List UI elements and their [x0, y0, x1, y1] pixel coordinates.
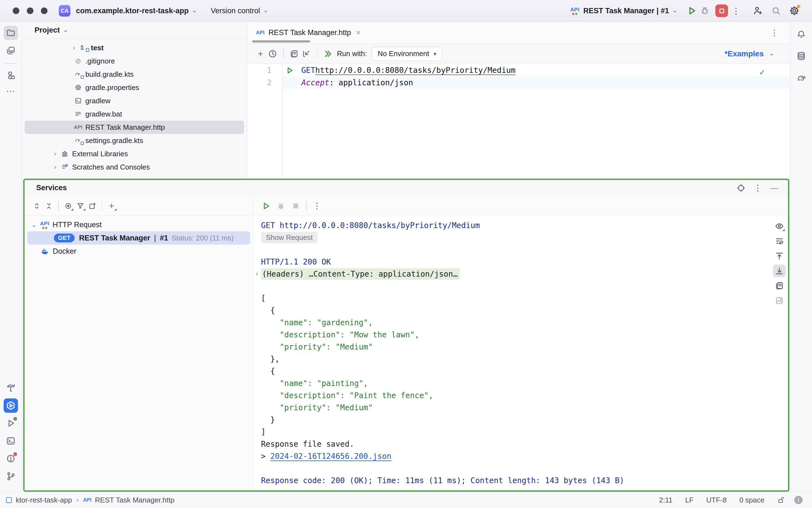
breadcrumb-file[interactable]: REST Task Manager.http	[95, 496, 174, 504]
tree-item-test[interactable]: › test	[22, 41, 247, 54]
tree-item-request-run[interactable]: GET REST Task Manager | #1 Status: 200 (…	[27, 231, 250, 245]
run-with-label: Run with:	[337, 49, 367, 58]
rerun-request-icon[interactable]	[260, 200, 272, 212]
focus-target-icon[interactable]	[737, 183, 745, 193]
copy-examples-icon[interactable]	[288, 48, 300, 60]
traffic-light-minimize[interactable]	[27, 7, 33, 14]
indexing-status-icon[interactable]: !	[794, 496, 803, 504]
more-actions-icon[interactable]: ⋮	[732, 6, 740, 16]
filter-icon[interactable]	[74, 200, 86, 212]
run-tool-icon[interactable]	[4, 416, 18, 430]
tree-item-docker[interactable]: Docker	[25, 245, 253, 258]
bookmarks-tool-icon[interactable]	[4, 43, 18, 58]
request-divider: |	[154, 234, 156, 242]
minimize-icon[interactable]: —	[770, 183, 778, 193]
fold-chevron-icon[interactable]: ›	[255, 270, 259, 278]
add-request-icon[interactable]: +	[254, 48, 267, 60]
console-output[interactable]: GET http://0.0.0.0:8080/tasks/byPriority…	[253, 216, 788, 490]
services-tree-toolbar: +	[25, 196, 253, 216]
console-headers-fold[interactable]: › (Headers) …Content-Type: application/j…	[261, 268, 766, 280]
lock-icon[interactable]	[777, 496, 785, 504]
search-icon[interactable]	[769, 4, 783, 17]
run-configuration-selector[interactable]: REST Task Manager | #1	[583, 7, 669, 15]
tree-item-gradle-properties[interactable]: gradle.properties	[22, 81, 247, 94]
add-user-button[interactable]	[751, 4, 765, 17]
chevron-right-icon[interactable]: ›	[50, 163, 60, 171]
run-button[interactable]	[685, 4, 698, 17]
http-file-icon: API	[256, 30, 265, 36]
project-panel-header[interactable]: Project ⌄	[22, 22, 247, 39]
tree-item-rest-task-manager-http[interactable]: API REST Task Manager.http	[25, 121, 244, 134]
indent-setting[interactable]: 0 space	[739, 496, 765, 504]
services-header[interactable]: Services ⋮ —	[25, 180, 788, 196]
status-bar: ktor-rest-task-app › API REST Task Manag…	[0, 492, 812, 508]
settings-gear-icon[interactable]	[788, 4, 801, 17]
tab-options-icon[interactable]: ⋮	[770, 28, 779, 38]
project-avatar[interactable]: CA	[59, 5, 71, 16]
text-file-icon	[73, 111, 83, 118]
examples-dropdown[interactable]: *Examples ⌄	[725, 49, 775, 58]
environment-select[interactable]: No Environment ▾	[372, 47, 442, 61]
scroll-to-end-icon[interactable]	[773, 264, 786, 277]
expand-all-icon[interactable]	[31, 200, 43, 212]
console-options-icon[interactable]: ⋮	[313, 201, 321, 211]
show-request-button[interactable]: Show Request	[261, 232, 318, 243]
traffic-light-zoom[interactable]	[41, 7, 47, 14]
run-request-gutter-icon[interactable]	[285, 64, 294, 77]
response-file-link[interactable]: 2024-02-16T124656.200.json	[271, 452, 391, 461]
terminal-tool-icon[interactable]	[4, 434, 18, 448]
tree-item-settings-gradle[interactable]: settings.gradle.kts	[22, 134, 247, 147]
database-tool-icon[interactable]	[794, 49, 808, 63]
request-history-icon[interactable]	[267, 48, 279, 60]
services-tree: ⌄ API HTTP Request GET REST Task Manager…	[25, 216, 253, 258]
convert-curl-icon[interactable]	[300, 48, 312, 60]
view-options-icon[interactable]	[62, 200, 74, 212]
inspections-ok-icon[interactable]: ✓	[760, 67, 765, 77]
tree-item-gradlew[interactable]: gradlew	[22, 94, 247, 108]
tree-item-build-gradle[interactable]: build.gradle.kts	[22, 68, 247, 81]
build-tool-icon[interactable]	[4, 381, 18, 395]
tree-item-gitignore[interactable]: ⊘ .gitignore	[22, 54, 247, 68]
editor-content[interactable]: 1 GET http://0.0.0.0:8080/tasks/byPriori…	[247, 64, 790, 179]
problems-badge-dot	[13, 452, 17, 456]
tree-item-external-libraries[interactable]: › External Libraries	[22, 147, 247, 160]
breadcrumb-project[interactable]: ktor-rest-task-app	[16, 496, 72, 504]
stop-button[interactable]	[715, 4, 728, 17]
collapse-all-icon[interactable]	[43, 200, 55, 212]
git-tool-icon[interactable]	[4, 469, 18, 483]
chevron-down-icon[interactable]: ⌄	[29, 221, 39, 228]
services-options-icon[interactable]: ⋮	[754, 183, 762, 193]
tree-item-gradlew-bat[interactable]: gradlew.bat	[22, 108, 247, 121]
structure-tool-icon[interactable]	[4, 68, 18, 83]
problems-tool-icon[interactable]	[4, 452, 18, 466]
console-blank-line	[261, 280, 766, 292]
project-tool-icon[interactable]	[4, 26, 18, 40]
services-tool-icon[interactable]	[4, 398, 18, 413]
copy-response-icon[interactable]	[773, 280, 786, 292]
file-encoding[interactable]: UTF-8	[706, 496, 727, 504]
response-console: ⋮ GET http://0.0.0.0:8080/tasks/byPriori…	[253, 196, 788, 490]
project-name[interactable]: com.example.ktor-rest-task-app	[76, 7, 189, 15]
tree-group-http-request[interactable]: ⌄ API HTTP Request	[25, 218, 253, 231]
chevron-right-icon[interactable]: ›	[50, 150, 60, 158]
notifications-bell-icon[interactable]	[794, 27, 808, 42]
scroll-to-top-icon[interactable]	[773, 250, 786, 262]
view-mode-eye-icon[interactable]	[773, 220, 786, 232]
close-icon[interactable]: ×	[356, 28, 361, 37]
debug-button[interactable]	[698, 4, 712, 17]
tab-rest-task-manager[interactable]: API REST Task Manager.http ×	[250, 22, 367, 43]
soft-wrap-icon[interactable]	[773, 235, 786, 247]
traffic-light-close[interactable]	[13, 7, 19, 14]
chevron-right-icon: ›	[77, 496, 79, 504]
chevron-right-icon[interactable]: ›	[69, 44, 79, 52]
tree-item-scratches[interactable]: › Scratches and Consoles	[22, 160, 247, 174]
gradle-tool-icon[interactable]	[794, 71, 808, 85]
line-ending[interactable]: LF	[685, 496, 693, 504]
more-tools-icon[interactable]: ⋯	[6, 86, 15, 96]
add-service-group-icon[interactable]	[86, 200, 98, 212]
version-control-menu[interactable]: Version control	[211, 7, 260, 15]
add-service-icon[interactable]: +	[106, 200, 118, 212]
caret-position[interactable]: 2:11	[659, 496, 673, 504]
run-all-requests-icon[interactable]	[322, 48, 334, 60]
editor-tab-bar: API REST Task Manager.http × ⋮	[247, 22, 790, 44]
